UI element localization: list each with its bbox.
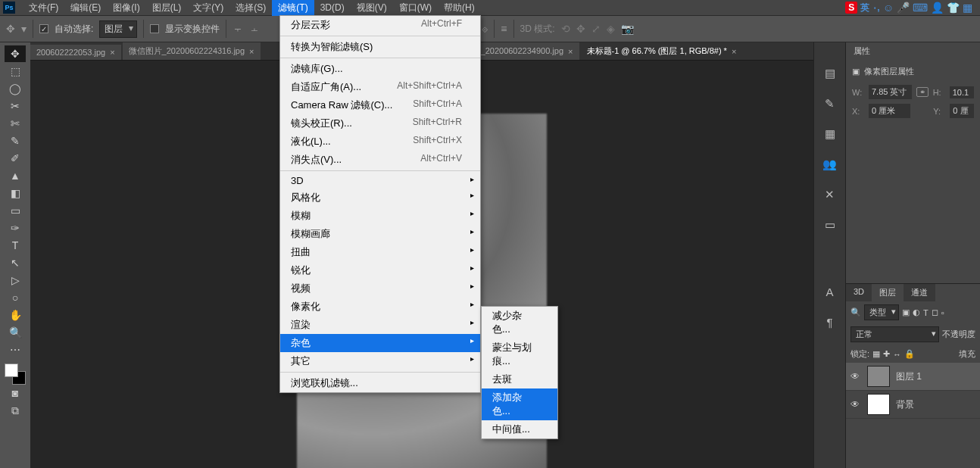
eraser-tool[interactable]: ◧ bbox=[5, 185, 26, 201]
filter-smart[interactable]: 转换为智能滤镜(S) bbox=[280, 38, 480, 56]
filter-pixel-icon[interactable]: ▣ bbox=[902, 307, 910, 317]
ime-grid-icon[interactable]: ▦ bbox=[963, 2, 972, 14]
blend-mode[interactable]: 正常 bbox=[850, 326, 939, 342]
layer-thumb[interactable] bbox=[867, 366, 890, 387]
filter-blur-gallery[interactable]: 模糊画廊 bbox=[280, 225, 480, 243]
properties-tab[interactable]: 属性 bbox=[846, 42, 878, 60]
lock-artboard-icon[interactable]: ↔ bbox=[893, 350, 901, 359]
brush-tool[interactable]: ✐ bbox=[5, 150, 26, 167]
more-tools[interactable]: ⋯ bbox=[5, 342, 26, 358]
auto-select-checkbox[interactable] bbox=[39, 24, 48, 33]
screen-mode[interactable]: ⧉ bbox=[5, 402, 26, 419]
zoom-tool[interactable]: 🔍 bbox=[5, 324, 26, 341]
filter-liquify[interactable]: 液化(L)...Shift+Ctrl+X bbox=[280, 133, 480, 151]
menu-help[interactable]: 帮助(H) bbox=[438, 0, 481, 16]
shape-tool[interactable]: ○ bbox=[5, 289, 26, 306]
lock-pixels-icon[interactable]: ▦ bbox=[872, 349, 880, 359]
filter-last[interactable]: 分层云彩Alt+Ctrl+F bbox=[280, 16, 480, 34]
quick-mask[interactable]: ◙ bbox=[5, 385, 26, 401]
hand-tool[interactable]: ✋ bbox=[5, 307, 26, 323]
paragraph-icon[interactable]: ¶ bbox=[822, 314, 838, 330]
auto-select-target[interactable]: 图层 bbox=[99, 20, 137, 38]
visibility-icon[interactable]: 👁 bbox=[850, 371, 861, 382]
filter-distort[interactable]: 扭曲 bbox=[280, 243, 480, 261]
close-icon[interactable]: × bbox=[110, 48, 114, 57]
stamp-tool[interactable]: ▲ bbox=[5, 167, 26, 184]
filter-render[interactable]: 渲染 bbox=[280, 316, 480, 334]
align-2-icon[interactable]: ⫠ bbox=[249, 23, 260, 35]
character-icon[interactable]: 👥 bbox=[822, 156, 838, 173]
path-tool[interactable]: ↖ bbox=[5, 254, 26, 271]
menu-edit[interactable]: 编辑(E) bbox=[64, 0, 107, 16]
layer-thumb[interactable] bbox=[867, 394, 890, 415]
doc-tab[interactable]: 片_20200602234900.jpg× bbox=[467, 42, 579, 60]
swatches-icon[interactable]: ▦ bbox=[822, 126, 838, 142]
menu-window[interactable]: 窗口(W) bbox=[393, 0, 438, 16]
noise-add[interactable]: 添加杂色... bbox=[482, 388, 557, 420]
filter-browse[interactable]: 浏览联机滤镜... bbox=[280, 374, 480, 392]
menu-select[interactable]: 选择(S) bbox=[229, 0, 272, 16]
menu-image[interactable]: 图像(I) bbox=[107, 0, 145, 16]
tab-layers[interactable]: 图层 bbox=[872, 284, 904, 301]
noise-despeckle[interactable]: 去斑 bbox=[482, 370, 557, 388]
ime-mic-icon[interactable]: 🎤 bbox=[897, 2, 910, 14]
menu-file[interactable]: 文件(F) bbox=[23, 0, 64, 16]
move-tool[interactable]: ✥ bbox=[5, 45, 26, 62]
foreground-swatch[interactable] bbox=[5, 363, 18, 377]
distribute-2-icon[interactable]: ⟐ bbox=[482, 23, 488, 35]
link-icon[interactable]: ⚭ bbox=[916, 87, 929, 97]
filter-pixelate[interactable]: 像素化 bbox=[280, 298, 480, 316]
filter-3d[interactable]: 3D bbox=[280, 173, 480, 189]
noise-dust[interactable]: 蒙尘与划痕... bbox=[482, 339, 557, 370]
layer-filter-kind[interactable]: 类型 bbox=[864, 304, 899, 320]
visibility-icon[interactable]: 👁 bbox=[850, 399, 861, 410]
layer-name[interactable]: 图层 1 bbox=[896, 370, 922, 383]
filter-type-icon[interactable]: T bbox=[923, 308, 929, 317]
filter-sharpen[interactable]: 锐化 bbox=[280, 261, 480, 279]
search-icon[interactable]: 🔍 bbox=[850, 307, 861, 317]
ime-emoji-icon[interactable]: ☺ bbox=[883, 2, 894, 14]
close-icon[interactable]: × bbox=[568, 47, 573, 56]
close-icon[interactable]: × bbox=[249, 47, 254, 56]
menu-type[interactable]: 文字(Y) bbox=[187, 0, 229, 16]
ime-shirt-icon[interactable]: 👕 bbox=[947, 2, 960, 14]
ime-user-icon[interactable]: 👤 bbox=[931, 2, 944, 14]
filter-stylize[interactable]: 风格化 bbox=[280, 189, 480, 207]
filter-blur[interactable]: 模糊 bbox=[280, 207, 480, 225]
h-value[interactable]: 10.1 bbox=[950, 86, 974, 98]
lasso-tool[interactable]: ◯ bbox=[5, 80, 26, 97]
layer-row[interactable]: 👁 图层 1 bbox=[846, 363, 980, 391]
filter-adjust-icon[interactable]: ◐ bbox=[913, 307, 920, 317]
filter-lens[interactable]: 镜头校正(R)...Shift+Ctrl+R bbox=[280, 114, 480, 133]
filter-camera-raw[interactable]: Camera Raw 滤镜(C)...Shift+Ctrl+A bbox=[280, 96, 480, 114]
doc-tab-active[interactable]: 未标题-1 @ 66.7% (图层 1, RGB/8#) *× bbox=[581, 42, 743, 60]
w-value[interactable]: 7.85 英寸 bbox=[869, 85, 912, 99]
lock-all-icon[interactable]: 🔒 bbox=[904, 349, 915, 359]
ime-keyboard-icon[interactable]: ⌨ bbox=[913, 2, 928, 14]
quick-select-tool[interactable]: ✂ bbox=[5, 98, 26, 114]
filter-shape-icon[interactable]: ◻ bbox=[932, 307, 938, 317]
show-transform-checkbox[interactable] bbox=[150, 24, 159, 33]
tab-3d[interactable]: 3D bbox=[846, 284, 872, 301]
gradient-tool[interactable]: ▭ bbox=[5, 202, 26, 219]
history-icon[interactable]: ▤ bbox=[822, 65, 838, 82]
filter-noise[interactable]: 杂色 bbox=[280, 334, 480, 352]
sogou-ime-icon[interactable]: S bbox=[845, 2, 857, 14]
tools-icon[interactable]: ✕ bbox=[822, 186, 838, 203]
ime-lang[interactable]: 英 bbox=[860, 2, 869, 14]
distribute-3-icon[interactable]: ≡ bbox=[501, 23, 507, 35]
info-icon[interactable]: ▭ bbox=[822, 217, 838, 233]
color-swatches[interactable] bbox=[5, 363, 26, 385]
menu-layer[interactable]: 图层(L) bbox=[146, 0, 188, 16]
doc-tab[interactable]: 微信图片_20200602224316.jpg× bbox=[123, 42, 261, 60]
type-a-icon[interactable]: A bbox=[822, 283, 838, 300]
menu-view[interactable]: 视图(V) bbox=[351, 0, 393, 16]
x-value[interactable]: 0 厘米 bbox=[869, 104, 910, 118]
filter-adaptive[interactable]: 自适应广角(A)...Alt+Shift+Ctrl+A bbox=[280, 78, 480, 96]
brush-icon[interactable]: ✎ bbox=[822, 95, 838, 112]
filter-smart-icon[interactable]: ▫ bbox=[941, 308, 944, 317]
tab-channels[interactable]: 通道 bbox=[904, 284, 935, 301]
filter-video[interactable]: 视频 bbox=[280, 279, 480, 298]
eyedropper-tool[interactable]: ✎ bbox=[5, 133, 26, 149]
doc-tab[interactable]: 200602222053.jpg× bbox=[30, 45, 121, 60]
